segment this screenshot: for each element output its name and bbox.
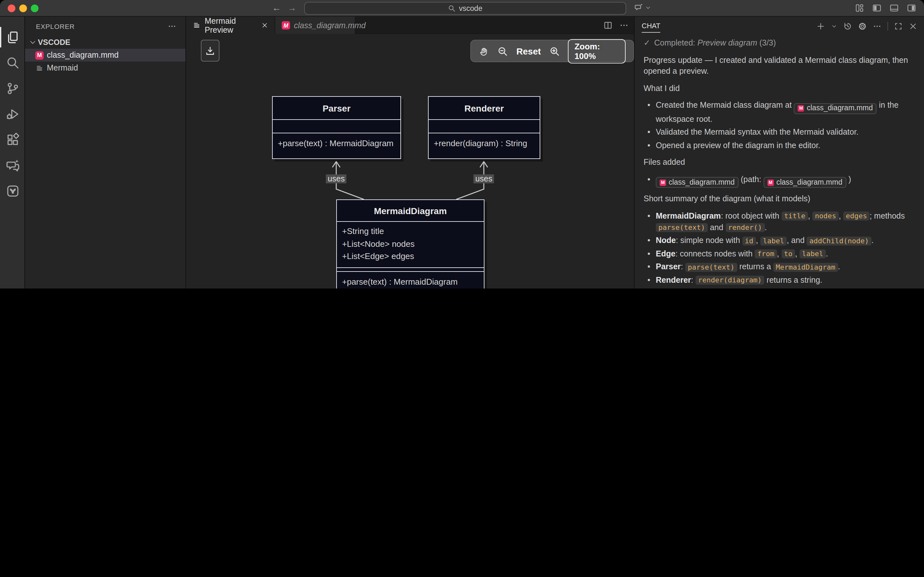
chat-tab[interactable]: CHAT <box>642 22 660 29</box>
code-span: render() <box>725 223 764 232</box>
ellipsis-icon[interactable] <box>619 21 629 30</box>
gear-icon[interactable] <box>858 22 867 31</box>
code-span: render(diagram) <box>696 276 764 285</box>
check-icon: ✓ <box>644 38 650 49</box>
relationship-label-uses: uses <box>326 174 347 183</box>
code-span: from <box>755 250 777 258</box>
editor-group: Mermaid PreviewMclass_diagram.mmd Reset … <box>186 17 634 288</box>
split-editor-icon[interactable] <box>603 21 613 30</box>
class-methods: +render(diagram) : String <box>429 133 540 158</box>
file-chip[interactable]: Mclass_diagram.mmd <box>764 177 846 188</box>
history-icon[interactable] <box>843 22 852 31</box>
chat-bullet-list: Mclass_diagram.mmd (path: Mclass_diagram… <box>644 174 916 188</box>
file-row-class_diagram.mmd[interactable]: Mclass_diagram.mmd <box>25 49 186 61</box>
file-chip[interactable]: Mclass_diagram.mmd <box>656 177 738 188</box>
panel-right-icon[interactable] <box>907 3 916 13</box>
completed-task-status: ✓Completed: Preview diagram (3/3) <box>644 38 916 49</box>
titlebar: ← → vscode <box>0 0 924 17</box>
panel-bottom-icon[interactable] <box>889 3 899 13</box>
chevron-down-icon <box>645 4 651 11</box>
chat-paragraph: Progress update — I created and validate… <box>644 55 916 77</box>
class-title: MermaidDiagram <box>337 200 484 222</box>
copilot-menu[interactable] <box>634 3 651 12</box>
chevron-down-icon[interactable] <box>831 23 837 29</box>
chat-bullet-list: MermaidDiagram: root object with title, … <box>644 211 916 288</box>
folder-label: VSCODE <box>38 38 70 47</box>
chat-bullet-list: Created the Mermaid class diagram at Mcl… <box>644 100 916 152</box>
mermaid-file-icon: M <box>767 179 774 186</box>
activity-explorer-icon[interactable] <box>0 26 25 49</box>
back-arrow-icon[interactable]: ← <box>272 3 281 13</box>
file-label: Mermaid <box>47 63 78 73</box>
editor-actions <box>603 21 629 30</box>
class-attributes <box>429 120 540 133</box>
close-icon[interactable] <box>909 22 918 31</box>
explorer-header: EXPLORER <box>25 17 186 36</box>
bullet-item: Mclass_diagram.mmd (path: Mclass_diagram… <box>644 174 916 188</box>
chat-conversation[interactable]: ✓Completed: Preview diagram (3/3)Progres… <box>644 38 916 288</box>
class-attributes <box>273 120 401 133</box>
activity-source-control-icon[interactable] <box>0 77 25 100</box>
code-span: addChild(node) <box>807 236 871 245</box>
zoom-traffic-light[interactable] <box>31 5 39 12</box>
class-attributes: +String title+List<Node> nodes+List<Edge… <box>337 222 484 268</box>
close-icon[interactable] <box>261 22 268 29</box>
activity-run-debug-icon[interactable] <box>0 103 25 126</box>
chat-panel: CHAT ✓Completed: Preview diagram (3/3)Pr… <box>634 17 924 288</box>
tab-bar: Mermaid PreviewMclass_diagram.mmd <box>186 17 634 34</box>
class-box-Renderer: Renderer+render(diagram) : String <box>428 96 540 159</box>
bullet-item: Parser: parse(text) returns a MermaidDia… <box>644 262 916 273</box>
file-icon <box>35 64 44 72</box>
tab-class_diagram-mmd[interactable]: Mclass_diagram.mmd <box>275 17 355 34</box>
activity-copilot-chat-icon[interactable] <box>0 154 25 177</box>
bullet-item: Renderer: render(diagram) returns a stri… <box>644 275 916 286</box>
tab-mermaid-preview[interactable]: Mermaid Preview <box>186 17 275 34</box>
code-span: parse(text) <box>685 263 737 272</box>
new-chat-icon[interactable] <box>816 22 825 31</box>
chat-paragraph: Short summary of the diagram (what it mo… <box>644 194 916 205</box>
panel-left-icon[interactable] <box>872 3 882 13</box>
separator <box>887 22 888 31</box>
code-span: edges <box>843 212 869 221</box>
bullet-item: Validated the Mermaid syntax with the Me… <box>644 127 916 139</box>
command-center-search[interactable]: vscode <box>304 2 626 15</box>
expand-icon[interactable] <box>894 22 903 31</box>
class-box-Parser: Parser+parse(text) : MermaidDiagram <box>272 96 401 159</box>
bullet-item: MermaidDiagram: root object with title, … <box>644 211 916 234</box>
search-icon <box>448 5 456 12</box>
vscode-window: ← → vscode EXPLORER VSCODEMclass_diagram… <box>0 0 924 288</box>
mermaid-file-icon: M <box>282 21 290 29</box>
copilot-icon <box>634 3 644 12</box>
activity-extensions-icon[interactable] <box>0 128 25 151</box>
activity-search-icon[interactable] <box>0 51 25 74</box>
file-chip[interactable]: Mclass_diagram.mmd <box>794 103 877 114</box>
folder-row-vscode[interactable]: VSCODE <box>25 36 186 49</box>
class-box-MermaidDiagram: MermaidDiagram+String title+List<Node> n… <box>336 199 485 288</box>
window-layout-controls <box>855 3 916 13</box>
code-span: label <box>760 236 787 245</box>
close-traffic-light[interactable] <box>8 5 15 12</box>
activity-mermaid-icon[interactable] <box>0 179 25 203</box>
activity-bar <box>0 17 25 288</box>
tab-label: Mermaid Preview <box>205 16 257 34</box>
mermaid-file-icon: M <box>35 51 44 59</box>
minimize-traffic-light[interactable] <box>19 5 27 12</box>
explorer-sidebar: EXPLORER VSCODEMclass_diagram.mmdMermaid… <box>25 17 186 288</box>
code-span: to <box>781 250 795 258</box>
code-span: label <box>800 250 826 258</box>
code-span: parse(text) <box>656 223 708 232</box>
class-title: Renderer <box>429 97 540 120</box>
mermaid-preview-pane: Reset Zoom: 100% <box>186 34 634 288</box>
forward-arrow-icon[interactable]: → <box>288 3 296 13</box>
file-row-Mermaid[interactable]: Mermaid <box>25 61 186 74</box>
bullet-item: Edge: connects nodes with from, to, labe… <box>644 248 916 259</box>
bullet-item: Relationships: MermaidDiagram contains N… <box>644 288 916 288</box>
more-actions-icon[interactable] <box>168 22 176 31</box>
relationship-label-uses: uses <box>473 174 494 183</box>
nav-arrows: ← → <box>272 3 296 13</box>
ellipsis-icon[interactable] <box>873 22 882 31</box>
layout-icon[interactable] <box>855 3 864 13</box>
file-label: class_diagram.mmd <box>47 51 119 60</box>
code-span: nodes <box>813 212 838 221</box>
chat-header: CHAT <box>635 17 924 36</box>
